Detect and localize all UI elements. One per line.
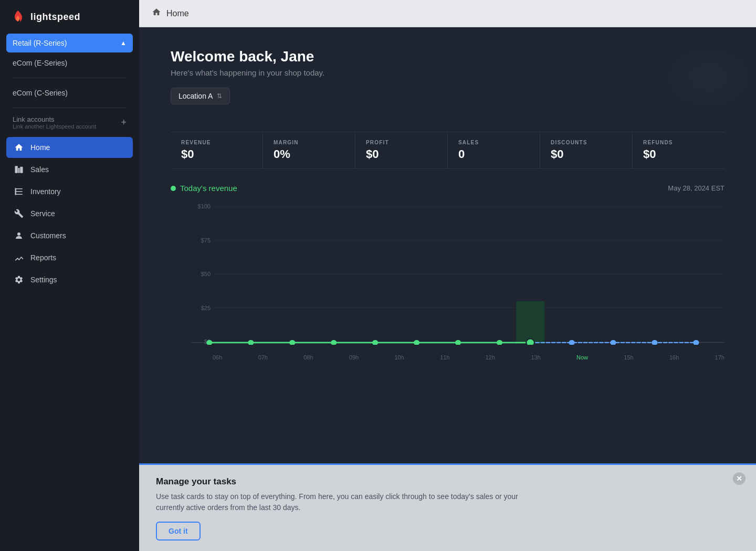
- topbar-title: Home: [166, 9, 189, 18]
- divider: [13, 78, 127, 78]
- sidebar-item-service[interactable]: Service: [6, 203, 133, 224]
- metric-revenue: REVENUE $0: [171, 132, 263, 168]
- sidebar: lightspeed Retail (R-Series) ▲ eCom (E-S…: [0, 0, 139, 551]
- metric-sales-value: 0: [458, 147, 529, 161]
- svg-point-17: [610, 340, 616, 345]
- metric-refunds-value: $0: [643, 147, 714, 161]
- metric-discounts-label: DISCOUNTS: [551, 140, 622, 145]
- chart-title-container: Today's revenue: [171, 184, 237, 193]
- sales-icon: [14, 164, 24, 175]
- sort-arrows-icon: ⇅: [217, 92, 222, 100]
- x-label-07h: 07h: [258, 354, 268, 361]
- home-icon: [14, 142, 24, 153]
- metric-margin-label: MARGIN: [274, 140, 344, 145]
- welcome-subtitle: Here's what's happening in your shop tod…: [171, 68, 724, 77]
- metric-profit-value: $0: [366, 147, 437, 161]
- svg-rect-3: [15, 188, 16, 195]
- svg-point-8: [248, 340, 254, 345]
- sidebar-item-customers[interactable]: Customers: [6, 225, 133, 246]
- x-label-16h: 16h: [669, 354, 679, 361]
- main-content: Home Welcome back, Jane Here's what's ha…: [139, 0, 756, 551]
- chart-title: Today's revenue: [180, 184, 237, 193]
- svg-point-9: [289, 340, 295, 345]
- sidebar-item-home[interactable]: Home: [6, 137, 133, 158]
- sidebar-item-sales[interactable]: Sales: [6, 159, 133, 180]
- metric-refunds: REFUNDS $0: [633, 132, 724, 168]
- metric-refunds-label: REFUNDS: [643, 140, 714, 145]
- topbar-home-icon: [152, 7, 161, 19]
- welcome-title: Welcome back, Jane: [171, 48, 724, 65]
- chart-dot-icon: [171, 186, 176, 191]
- location-dropdown[interactable]: Location A ⇅: [171, 88, 230, 104]
- logo: lightspeed: [0, 0, 139, 34]
- reports-icon: [14, 252, 24, 263]
- svg-point-16: [569, 340, 574, 345]
- account-ecom-c[interactable]: eCom (C-Series): [6, 83, 133, 102]
- svg-point-18: [652, 340, 657, 345]
- svg-rect-1: [18, 168, 20, 173]
- nav-section: Home Sales Inventory Service Customers: [0, 133, 139, 551]
- x-label-11h: 11h: [440, 354, 449, 361]
- task-panel: ✕ Manage your tasks Use task cards to st…: [139, 463, 756, 551]
- x-label-06h: 06h: [213, 354, 222, 361]
- svg-rect-2: [20, 167, 23, 173]
- svg-point-12: [414, 340, 419, 345]
- svg-point-19: [693, 340, 699, 345]
- account-switcher: Retail (R-Series) ▲ eCom (E-Series) eCom…: [0, 34, 139, 112]
- chart-area: $100 $75 $50 $25 $0: [171, 203, 724, 361]
- got-it-button[interactable]: Got it: [156, 522, 201, 541]
- svg-point-14: [497, 340, 502, 345]
- x-label-10h: 10h: [395, 354, 404, 361]
- metric-profit-label: PROFIT: [366, 140, 437, 145]
- chart-header: Today's revenue May 28, 2024 EST: [171, 184, 724, 193]
- svg-point-11: [372, 340, 378, 345]
- x-label-17h: 17h: [715, 354, 724, 361]
- welcome-section: Welcome back, Jane Here's what's happeni…: [171, 48, 724, 119]
- x-label-15h: 15h: [624, 354, 633, 361]
- metric-revenue-label: REVENUE: [181, 140, 252, 145]
- svg-point-15: [526, 339, 534, 345]
- chart-svg: [192, 203, 724, 345]
- chart-date: May 28, 2024 EST: [668, 184, 724, 192]
- x-label-now: Now: [576, 354, 588, 361]
- x-axis: 06h 07h 08h 09h 10h 11h 12h 13h Now 15h …: [192, 354, 724, 361]
- metric-discounts-value: $0: [551, 147, 622, 161]
- sidebar-item-inventory[interactable]: Inventory: [6, 181, 133, 202]
- divider-2: [13, 108, 127, 108]
- content-area: Welcome back, Jane Here's what's happeni…: [139, 27, 756, 551]
- brand-name: lightspeed: [30, 12, 80, 23]
- chart-svg-container: [192, 203, 724, 345]
- add-account-icon[interactable]: +: [121, 117, 127, 128]
- metric-margin: MARGIN 0%: [263, 132, 355, 168]
- topbar: Home: [139, 0, 756, 27]
- settings-icon: [14, 274, 24, 285]
- close-button[interactable]: ✕: [733, 472, 746, 485]
- location-label: Location A: [178, 92, 213, 100]
- svg-point-13: [455, 340, 461, 345]
- x-label-12h: 12h: [486, 354, 495, 361]
- sidebar-item-settings[interactable]: Settings: [6, 269, 133, 290]
- x-label-08h: 08h: [303, 354, 313, 361]
- metric-sales: SALES 0: [448, 132, 540, 168]
- inventory-icon: [14, 186, 24, 197]
- sidebar-item-reports[interactable]: Reports: [6, 247, 133, 268]
- flame-icon: [10, 9, 25, 24]
- service-icon: [14, 208, 24, 219]
- metrics-bar: REVENUE $0 MARGIN 0% PROFIT $0 SALES 0 D…: [171, 132, 724, 169]
- svg-point-4: [17, 232, 20, 236]
- metric-sales-label: SALES: [458, 140, 529, 145]
- account-retail[interactable]: Retail (R-Series) ▲: [6, 34, 133, 52]
- chevron-up-icon: ▲: [120, 39, 127, 47]
- customers-icon: [14, 230, 24, 241]
- task-description: Use task cards to stay on top of everyth…: [156, 491, 523, 513]
- bg-decoration: [662, 43, 756, 111]
- link-accounts[interactable]: Link accounts Link another Lightspeed ac…: [0, 112, 139, 133]
- x-label-13h: 13h: [531, 354, 540, 361]
- metric-margin-value: 0%: [274, 147, 344, 161]
- account-ecom-e[interactable]: eCom (E-Series): [6, 54, 133, 72]
- svg-rect-5: [516, 301, 544, 344]
- svg-point-10: [331, 340, 337, 345]
- metric-revenue-value: $0: [181, 147, 252, 161]
- svg-rect-0: [15, 166, 18, 173]
- svg-point-7: [206, 340, 212, 345]
